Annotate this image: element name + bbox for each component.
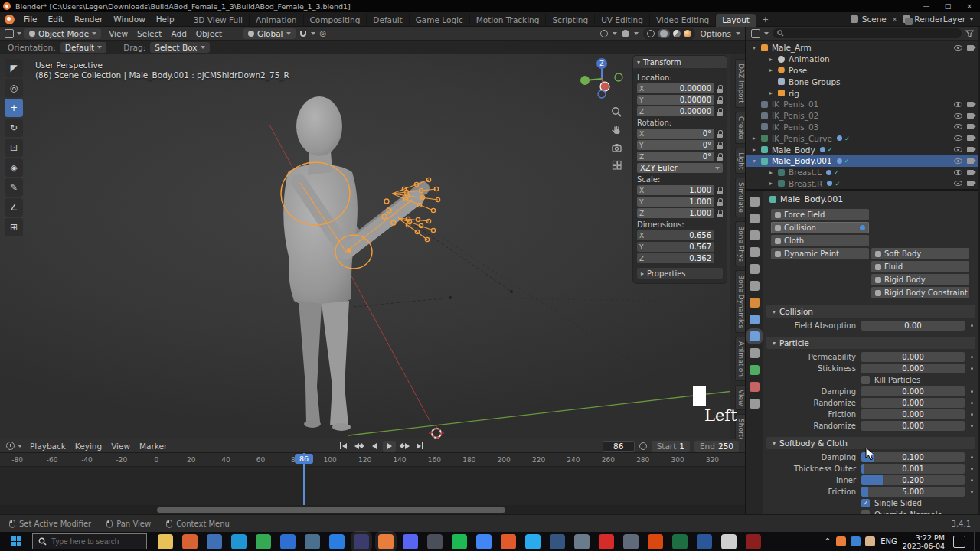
hide-viewport-toggle[interactable] [954,102,962,107]
softbody-friction-slider[interactable]: 5.000 [861,487,965,497]
outliner-row[interactable]: Bone Groups ✓ [746,76,978,87]
start-button[interactable] [0,532,32,551]
tab-view-layer[interactable] [750,247,760,257]
lock-icon[interactable] [717,130,723,138]
workspace-tab[interactable]: Layout [716,14,756,27]
collision-section-header[interactable]: ▾Collision [766,305,975,318]
hide-render-toggle[interactable] [967,170,974,175]
taskbar-search-input[interactable] [51,537,141,546]
playhead[interactable]: 86 [303,453,305,505]
app-orange[interactable] [648,534,663,549]
jump-to-end-button[interactable] [413,441,426,452]
app-slate[interactable] [623,534,639,549]
kill-particles-checkbox[interactable] [861,376,870,384]
camera-tray-icon[interactable] [851,536,861,546]
app-gray[interactable] [574,534,590,549]
word[interactable] [697,534,712,549]
animate-dot[interactable] [965,479,974,482]
outliner-row[interactable]: Breast.L ✓ [746,167,978,178]
softbody-damping-slider[interactable]: 0.100 [861,452,965,462]
disclosure-icon[interactable] [769,56,778,63]
timeline-menu-item[interactable]: Keying [70,442,106,451]
animate-dot[interactable] [965,324,974,328]
hide-render-toggle[interactable] [967,158,974,164]
taskbar-search[interactable] [32,533,147,549]
number-field[interactable]: Y0° [637,140,714,150]
hide-viewport-toggle[interactable] [954,135,962,141]
app-navy[interactable] [550,534,565,549]
excel[interactable] [672,534,688,549]
viewport-menu-item[interactable]: Object [191,29,227,38]
disclosure-icon[interactable] [753,158,761,165]
jump-to-start-button[interactable] [337,441,350,452]
blender-app[interactable] [378,534,394,549]
filter-funnel-icon[interactable] [965,30,974,37]
disclosure-icon[interactable] [769,90,778,96]
sidebar-tab[interactable]: Simulate [735,178,745,217]
select-box-tool[interactable]: ◤ [5,59,23,77]
number-field[interactable]: Z1.000 [637,208,714,218]
workspace-tab[interactable]: Scripting [546,14,595,27]
add-workspace-button[interactable]: + [756,15,774,24]
show-desktop-strip[interactable] [974,532,977,551]
app-steel[interactable] [305,534,320,549]
editor-type-icon[interactable] [5,29,14,38]
outliner-row[interactable]: rig ✓ [746,87,978,99]
rendered-shading-icon[interactable] [684,30,691,37]
outliner-row[interactable]: Breast.R ✓ [746,178,978,190]
lock-icon[interactable] [717,108,723,116]
animate-dot[interactable] [965,390,974,393]
menubar-item[interactable]: Help [151,12,180,26]
sidebar-tab[interactable]: Animation [735,337,745,381]
spotify[interactable] [452,534,467,549]
move-tool[interactable]: + [5,99,23,117]
outliner-row[interactable]: Pose ✓ [746,65,978,77]
hide-render-toggle[interactable] [967,113,974,119]
physics-type-button[interactable]: Rigid Body [871,274,969,285]
frame-end-field[interactable]: End250 [694,441,739,452]
properties-panel-collapsed[interactable]: ▸Properties [637,268,723,279]
view-layer-dropdown-icon[interactable] [969,18,974,21]
workspace-tab[interactable]: Compositing [304,14,368,27]
hide-viewport-toggle[interactable] [954,45,962,51]
youtube-app[interactable] [599,534,614,549]
workspace-tab[interactable]: Video Editing [650,14,716,27]
rotation-mode-dropdown[interactable]: XZY Euler [637,163,723,173]
outliner-row[interactable]: IK_Penis_03 ✓ [746,122,978,133]
hide-viewport-toggle[interactable] [954,124,962,129]
auto-keyframe-toggle[interactable] [639,442,647,450]
hide-render-toggle[interactable] [967,147,974,152]
override-normals-checkbox[interactable] [861,510,870,514]
task-view[interactable] [207,534,222,549]
hide-viewport-toggle[interactable] [954,113,962,119]
firefox[interactable] [501,534,516,549]
lock-icon[interactable] [717,198,723,206]
number-field[interactable]: X0° [637,129,714,139]
play-reverse-button[interactable] [368,441,381,452]
notepad[interactable] [721,534,737,549]
disclosure-icon[interactable] [769,67,778,73]
thickness-outer-slider[interactable]: 0.001 [861,464,965,474]
show-gizmo-icon[interactable] [600,30,608,37]
snap-magnet-icon[interactable] [300,31,306,37]
disclosure-icon[interactable] [753,146,761,153]
number-field[interactable]: Z0.00000 [637,106,714,116]
sidebar-tab[interactable]: Create [735,112,745,144]
hide-viewport-toggle[interactable] [954,147,962,152]
character-mesh[interactable] [283,96,430,431]
view-layer-selector[interactable]: RenderLayer [914,15,965,24]
navigation-gizmo[interactable]: Z [576,54,625,103]
app-green[interactable] [256,534,271,549]
lock-icon[interactable] [717,210,723,217]
disclosure-icon[interactable] [753,135,761,142]
blender-tray-icon[interactable] [836,536,846,546]
tab-constraints[interactable] [750,348,760,358]
next-keyframe-button[interactable] [398,441,411,452]
overlays-icon[interactable] [622,30,629,37]
orientation-dropdown[interactable]: Default [60,42,106,53]
outliner-row[interactable]: IK_Penis_02 ✓ [746,110,978,122]
lock-icon[interactable] [717,153,723,161]
workspace-tab[interactable]: Animation [250,14,304,27]
menubar-item[interactable]: File [18,12,43,26]
workspace-tab[interactable]: Game Logic [410,14,470,27]
